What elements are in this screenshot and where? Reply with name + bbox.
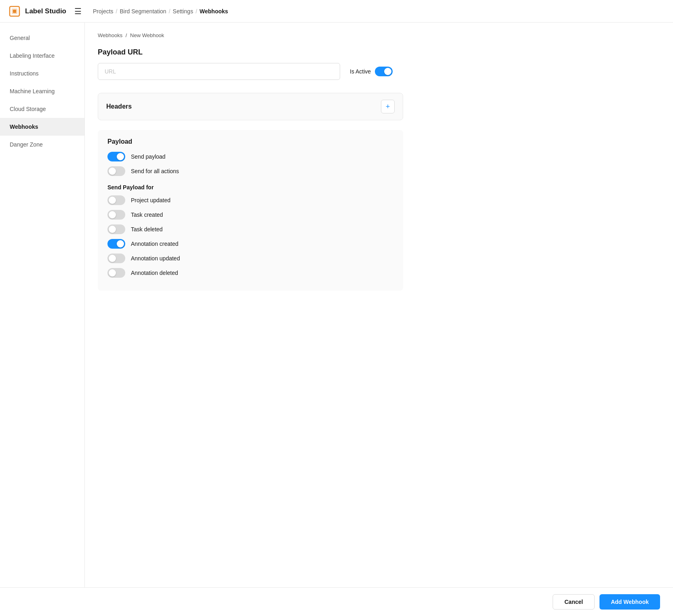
svg-rect-2 — [13, 10, 16, 13]
sidebar: General Labeling Interface Instructions … — [0, 23, 85, 587]
annotation-deleted-label: Annotation deleted — [131, 270, 178, 276]
breadcrumb-sep-2: / — [169, 8, 170, 15]
sub-breadcrumb-parent[interactable]: Webhooks — [98, 32, 122, 38]
headers-section: Headers + — [98, 93, 403, 120]
send-payload-label: Send payload — [131, 153, 166, 160]
payload-url-title: Payload URL — [98, 48, 403, 57]
event-annotation-deleted: Annotation deleted — [107, 268, 393, 278]
breadcrumb-bird-segmentation[interactable]: Bird Segmentation — [120, 8, 166, 15]
is-active-toggle[interactable] — [375, 67, 393, 76]
payload-title: Payload — [107, 138, 393, 145]
breadcrumb-settings[interactable]: Settings — [173, 8, 193, 15]
breadcrumb-sep-3: / — [196, 8, 197, 15]
add-webhook-button[interactable]: Add Webhook — [599, 594, 660, 610]
event-annotation-updated: Annotation updated — [107, 254, 393, 263]
breadcrumb-sep-1: / — [116, 8, 118, 15]
send-for-all-toggle[interactable] — [107, 166, 125, 176]
content-inner: Webhooks / New Webhook Payload URL Is Ac… — [85, 23, 416, 313]
annotation-updated-label: Annotation updated — [131, 255, 180, 262]
send-for-all-label: Send for all actions — [131, 168, 179, 174]
event-task-deleted: Task deleted — [107, 224, 393, 234]
send-payload-for-title: Send Payload for — [107, 184, 393, 191]
breadcrumb-webhooks: Webhooks — [200, 8, 228, 15]
breadcrumb: Projects / Bird Segmentation / Settings … — [93, 8, 228, 15]
add-header-icon: + — [386, 103, 390, 111]
sidebar-item-webhooks[interactable]: Webhooks — [0, 118, 84, 136]
is-active-label: Is Active — [350, 68, 371, 75]
sidebar-item-general[interactable]: General — [0, 29, 84, 47]
headers-title: Headers — [106, 103, 132, 110]
logo-area: Label Studio ☰ — [8, 5, 93, 18]
event-task-created: Task created — [107, 210, 393, 220]
app-title: Label Studio — [25, 7, 66, 15]
send-payload-toggle[interactable] — [107, 152, 125, 161]
task-deleted-toggle[interactable] — [107, 224, 125, 234]
sidebar-item-instructions[interactable]: Instructions — [0, 65, 84, 82]
annotation-deleted-toggle[interactable] — [107, 268, 125, 278]
footer-bar: Cancel Add Webhook — [0, 587, 673, 616]
event-project-updated: Project updated — [107, 195, 393, 205]
sub-breadcrumb: Webhooks / New Webhook — [98, 32, 403, 38]
task-created-label: Task created — [131, 212, 163, 218]
url-row: Is Active — [98, 63, 403, 80]
add-header-button[interactable]: + — [381, 100, 395, 113]
task-created-toggle[interactable] — [107, 210, 125, 220]
sub-breadcrumb-sep: / — [126, 32, 128, 38]
send-for-all-row: Send for all actions — [107, 166, 393, 176]
main-layout: General Labeling Interface Instructions … — [0, 23, 673, 587]
sidebar-item-cloud-storage[interactable]: Cloud Storage — [0, 100, 84, 118]
sub-breadcrumb-current: New Webhook — [130, 32, 164, 38]
sidebar-item-machine-learning[interactable]: Machine Learning — [0, 82, 84, 100]
annotation-updated-toggle[interactable] — [107, 254, 125, 263]
event-annotation-created: Annotation created — [107, 239, 393, 249]
logo-icon — [8, 5, 21, 18]
send-payload-row: Send payload — [107, 152, 393, 161]
sidebar-item-labeling-interface[interactable]: Labeling Interface — [0, 47, 84, 65]
payload-section: Payload Send payload Send for all act — [98, 130, 403, 291]
project-updated-toggle[interactable] — [107, 195, 125, 205]
cancel-button[interactable]: Cancel — [553, 594, 595, 610]
annotation-created-label: Annotation created — [131, 241, 179, 247]
breadcrumb-projects[interactable]: Projects — [93, 8, 114, 15]
content-area: Webhooks / New Webhook Payload URL Is Ac… — [85, 23, 673, 587]
sidebar-item-danger-zone[interactable]: Danger Zone — [0, 136, 84, 153]
task-deleted-label: Task deleted — [131, 226, 163, 233]
annotation-created-toggle[interactable] — [107, 239, 125, 249]
is-active-row: Is Active — [350, 67, 393, 76]
url-input[interactable] — [98, 63, 340, 80]
project-updated-label: Project updated — [131, 197, 170, 203]
top-header: Label Studio ☰ Projects / Bird Segmentat… — [0, 0, 673, 23]
hamburger-icon[interactable]: ☰ — [74, 6, 82, 16]
